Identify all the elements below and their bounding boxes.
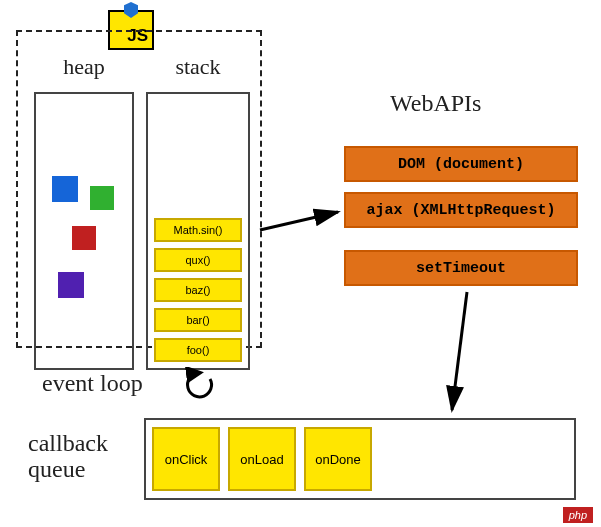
webapis-title: WebAPIs	[390, 90, 481, 117]
arrow-webapis-to-callback	[442, 290, 492, 420]
callback-queue-label: callback queue	[28, 430, 108, 483]
heap-object	[90, 186, 114, 210]
stack-frame: Math.sin()	[154, 218, 242, 242]
stack-frame: baz()	[154, 278, 242, 302]
event-loop-label: event loop	[42, 370, 143, 397]
js-runtime-container: heap stack Math.sin() qux() baz() bar() …	[16, 30, 262, 348]
callback-queue: onClick onLoad onDone	[144, 418, 576, 500]
heap-object	[72, 226, 96, 250]
webapi-item-settimeout: setTimeout	[344, 250, 578, 286]
callback-item: onClick	[152, 427, 220, 491]
stack-frame: bar()	[154, 308, 242, 332]
heap-label: heap	[36, 54, 132, 80]
watermark: php	[563, 507, 593, 523]
stack-column: stack Math.sin() qux() baz() bar() foo()	[146, 92, 250, 370]
svg-line-1	[452, 292, 467, 410]
heap-object	[58, 272, 84, 298]
webapi-item-dom: DOM (document)	[344, 146, 578, 182]
callback-item: onLoad	[228, 427, 296, 491]
svg-line-0	[260, 212, 338, 230]
shield-icon	[124, 2, 138, 18]
stack-label: stack	[148, 54, 248, 80]
loop-arrow-icon	[180, 367, 220, 407]
heap-column: heap	[34, 92, 134, 370]
callback-item: onDone	[304, 427, 372, 491]
arrow-stack-to-webapis	[258, 206, 348, 240]
stack-frame: qux()	[154, 248, 242, 272]
stack-frames-list: Math.sin() qux() baz() bar() foo()	[154, 218, 242, 362]
stack-frame: foo()	[154, 338, 242, 362]
heap-object	[52, 176, 78, 202]
webapi-item-ajax: ajax (XMLHttpRequest)	[344, 192, 578, 228]
